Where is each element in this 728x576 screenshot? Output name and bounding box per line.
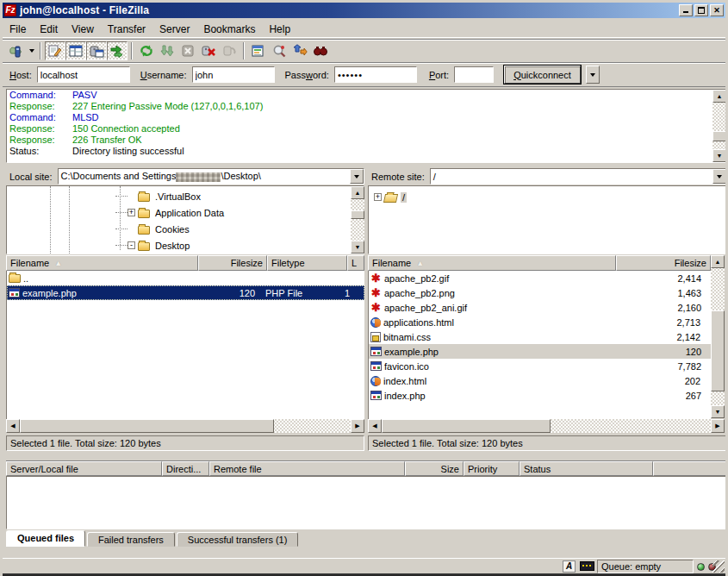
app-icon: Fz: [4, 4, 16, 16]
remote-file-row[interactable]: index.php267: [369, 388, 711, 403]
remote-list-hscrollbar[interactable]: ◀ ▶: [368, 419, 725, 433]
menu-server[interactable]: Server: [152, 22, 196, 37]
resize-grip[interactable]: [712, 560, 725, 573]
toggle-queue-button[interactable]: [107, 41, 128, 60]
toggle-log-button[interactable]: [45, 41, 65, 60]
menu-edit[interactable]: Edit: [33, 22, 65, 37]
log-scrollbar[interactable]: ▲ ▼: [712, 90, 726, 162]
menu-file[interactable]: File: [3, 22, 33, 37]
folder-icon: [138, 242, 150, 251]
receive-indicator-led: [697, 563, 705, 571]
password-input[interactable]: [334, 66, 417, 83]
local-file-row[interactable]: ..: [7, 271, 364, 285]
remote-file-row-selected[interactable]: example.php120: [369, 344, 711, 359]
filter-button[interactable]: [248, 41, 269, 60]
tree-item-application-data[interactable]: + Application Data: [115, 204, 226, 221]
html-file-icon: [370, 376, 381, 386]
remote-site-dropdown[interactable]: [712, 169, 726, 184]
transfer-queue-icon: [109, 44, 125, 58]
menu-help[interactable]: Help: [262, 22, 297, 37]
local-list-hscrollbar[interactable]: ◀ ▶: [6, 419, 364, 433]
window-title: john@localhost - FileZilla: [20, 4, 679, 16]
remote-file-row[interactable]: ✱apache_pb2_ani.gif2,160: [369, 300, 711, 315]
local-tree-scrollbar[interactable]: ▲ ▼: [351, 186, 364, 254]
tree-item-desktop[interactable]: - Desktop: [115, 237, 191, 254]
queue-col-size[interactable]: Size: [405, 461, 464, 476]
local-file-row-selected[interactable]: example.php 120 PHP File 1: [7, 285, 364, 300]
tab-successful-transfers[interactable]: Successful transfers (1): [177, 532, 299, 547]
toggle-local-tree-button[interactable]: [65, 41, 86, 60]
queue-list[interactable]: [6, 476, 727, 529]
css-file-icon: [370, 332, 381, 342]
tab-queued-files[interactable]: Queued files: [6, 530, 85, 547]
site-manager-dropdown[interactable]: [27, 42, 36, 59]
transfer-type-icon[interactable]: A: [563, 560, 576, 573]
tab-failed-transfers[interactable]: Failed transfers: [87, 532, 175, 547]
tree-guide-line: [69, 186, 70, 254]
binoculars-icon: [313, 44, 328, 58]
queue-col-server-local-file[interactable]: Server/Local file: [6, 461, 162, 476]
remote-file-row[interactable]: ✱apache_pb2.png1,463: [369, 285, 711, 300]
queue-col-priority[interactable]: Priority: [464, 461, 520, 476]
queue-col-direction[interactable]: Directi...: [162, 461, 209, 476]
message-log-icon: [47, 44, 63, 58]
minimize-button[interactable]: [679, 4, 693, 16]
reconnect-button[interactable]: [219, 41, 240, 60]
remote-file-row[interactable]: favicon.ico7,782: [369, 359, 711, 373]
queue-col-remote-file[interactable]: Remote file: [209, 461, 405, 476]
remote-col-filesize[interactable]: Filesize: [616, 255, 711, 271]
maximize-button[interactable]: [694, 4, 708, 16]
site-manager-button[interactable]: [6, 41, 27, 60]
find-files-button[interactable]: [310, 41, 331, 60]
remote-file-row[interactable]: ✱apache_pb2.gif2,414: [369, 271, 711, 285]
quickconnect-button[interactable]: Quickconnect: [504, 66, 581, 84]
menu-bookmarks[interactable]: Bookmarks: [196, 22, 262, 37]
menu-view[interactable]: View: [65, 22, 101, 37]
quickconnect-dropdown[interactable]: [586, 66, 600, 84]
log-line: Response:150 Connection accepted: [7, 123, 726, 135]
local-col-filetype[interactable]: Filetype: [267, 255, 347, 271]
menu-bar: File Edit View Transfer Server Bookmarks…: [3, 21, 725, 38]
remote-list-vscrollbar[interactable]: ▲ ▼: [711, 255, 725, 418]
remote-col-filename[interactable]: Filename▲: [368, 255, 616, 271]
local-col-filesize[interactable]: Filesize: [198, 255, 267, 271]
process-queue-button[interactable]: [157, 41, 177, 60]
tree-item-virtualbox[interactable]: .VirtualBox: [115, 188, 202, 204]
message-log: Command:PASV Response:227 Entering Passi…: [6, 89, 727, 163]
tree-item-root[interactable]: + /: [374, 189, 407, 205]
password-label: Password:: [285, 70, 329, 80]
close-button[interactable]: ✕: [710, 4, 724, 16]
toggle-remote-tree-button[interactable]: [86, 41, 107, 60]
toolbar-separator: [40, 42, 41, 59]
quickconnect-bar: Host: Username: Password: Port: Quickcon…: [3, 62, 725, 87]
local-site-combo[interactable]: C:\Documents and Settings\Desktop\: [58, 168, 364, 185]
local-col-lastmodified[interactable]: L: [347, 255, 364, 271]
disconnect-icon: [201, 44, 216, 58]
local-col-filename[interactable]: Filename▲: [6, 255, 198, 271]
tree-item-cookies[interactable]: Cookies: [115, 221, 191, 237]
host-input[interactable]: [37, 66, 130, 83]
refresh-button[interactable]: [136, 41, 157, 60]
remote-site-combo[interactable]: /: [430, 168, 727, 185]
remote-file-row[interactable]: applications.html2,713: [369, 315, 711, 329]
title-bar[interactable]: Fz john@localhost - FileZilla ✕: [3, 3, 725, 18]
synchronized-browsing-button[interactable]: [289, 41, 310, 60]
local-site-label: Local site:: [6, 172, 58, 182]
local-site-dropdown[interactable]: [350, 169, 364, 184]
sort-asc-icon: ▲: [416, 259, 424, 267]
disconnect-button[interactable]: [198, 41, 219, 60]
remote-file-row[interactable]: bitnami.css2,142: [369, 329, 711, 344]
menu-transfer[interactable]: Transfer: [101, 22, 152, 37]
remote-file-list: ✱apache_pb2.gif2,414 ✱apache_pb2.png1,46…: [368, 271, 711, 419]
cancel-button[interactable]: [177, 41, 198, 60]
directory-comparison-button[interactable]: [269, 41, 289, 60]
username-label: Username:: [140, 70, 187, 80]
port-input[interactable]: [454, 66, 494, 83]
username-input[interactable]: [192, 66, 275, 83]
compare-icon: [271, 44, 287, 58]
remote-file-row[interactable]: index.html202: [369, 373, 711, 388]
php-file-icon: [370, 347, 382, 356]
queue-col-status[interactable]: Status: [520, 461, 653, 476]
folder-icon: [138, 226, 150, 235]
speed-limit-icon[interactable]: [580, 561, 594, 571]
